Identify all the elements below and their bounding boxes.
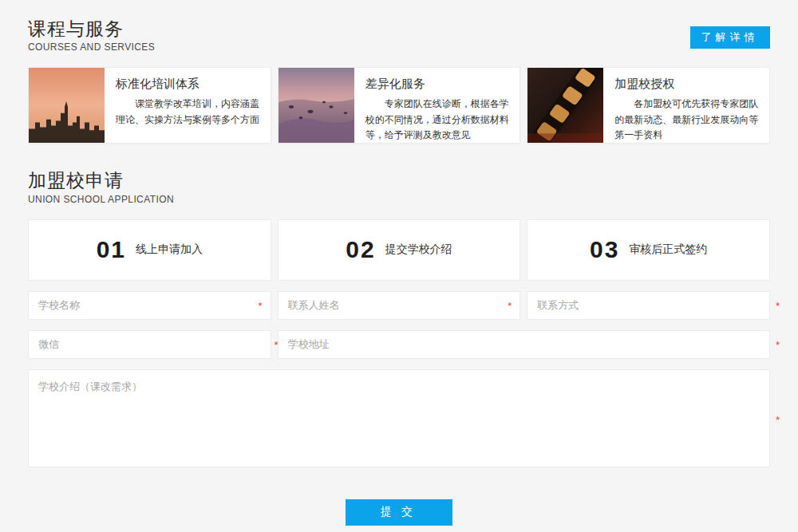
step-label: 线上申请加入 [136,242,203,257]
courses-section-subtitle: COURSES AND SERVICES [28,41,155,53]
school-name-field: * [28,291,271,320]
card-title: 标准化培训体系 [116,77,261,92]
card-title: 差异化服务 [365,77,511,92]
required-marker: * [508,300,512,310]
courses-section-title: 课程与服务 [28,19,155,39]
school-name-input[interactable] [28,291,271,320]
step-label: 提交学校介绍 [385,242,452,257]
school-intro-field: * [28,369,770,471]
courses-title-block: 课程与服务 COURSES AND SERVICES [28,19,155,53]
contact-name-field: * [278,291,521,320]
submit-row: 提交 [28,499,770,526]
desert-dusk-image [279,68,354,143]
school-address-input[interactable] [278,330,770,359]
step-card-2: 02 提交学校介绍 [278,219,521,281]
film-strip-image [527,68,603,143]
card-text-block: 加盟校授权 各加盟校可优先获得专家团队的最新动态、最新行业发展动向等第一手资料 [603,68,769,143]
wechat-field: * [28,330,271,359]
card-description: 各加盟校可优先获得专家团队的最新动态、最新行业发展动向等第一手资料 [614,97,760,143]
required-marker: * [776,415,780,425]
card-title: 加盟校授权 [614,77,760,92]
required-marker: * [776,339,780,349]
page-container: 课程与服务 COURSES AND SERVICES 了解详情 [28,0,770,526]
card-text-block: 标准化培训体系 课堂教学改革培训，内容涵盖理论、实操方法与案例等多个方面 [105,68,271,143]
required-marker: * [776,300,780,310]
school-address-field: * [278,330,770,359]
service-card-union-authorization[interactable]: 加盟校授权 各加盟校可优先获得专家团队的最新动态、最新行业发展动向等第一手资料 [527,67,770,144]
contact-phone-field: * [527,291,770,320]
application-section-subtitle: UNION SCHOOL APPLICATION [28,194,174,205]
service-card-differentiated-service[interactable]: 差异化服务 专家团队在线诊断，根据各学校的不同情况，通过分析数据材料等，给予评测… [278,67,521,144]
city-skyline-sunset-image [29,68,105,143]
school-intro-textarea[interactable] [28,369,770,467]
form-row-2: * * [28,330,770,359]
contact-phone-input[interactable] [527,291,770,320]
wechat-input[interactable] [28,330,271,359]
form-row-1: * * * [28,291,770,320]
step-number: 03 [590,236,619,263]
service-card-standard-training[interactable]: 标准化培训体系 课堂教学改革培训，内容涵盖理论、实操方法与案例等多个方面 [28,67,271,144]
service-cards-row: 标准化培训体系 课堂教学改革培训，内容涵盖理论、实操方法与案例等多个方面 [28,67,770,144]
card-description: 课堂教学改革培训，内容涵盖理论、实操方法与案例等多个方面 [116,97,261,128]
learn-more-button[interactable]: 了解详情 [690,26,770,49]
step-label: 审核后正式签约 [629,242,707,257]
courses-section-header: 课程与服务 COURSES AND SERVICES 了解详情 [28,19,770,53]
step-card-1: 01 线上申请加入 [28,219,271,281]
card-text-block: 差异化服务 专家团队在线诊断，根据各学校的不同情况，通过分析数据材料等，给予评测… [354,68,520,143]
application-section-title: 加盟校申请 [28,171,174,191]
required-marker: * [259,300,263,310]
application-steps-row: 01 线上申请加入 02 提交学校介绍 03 审核后正式签约 [28,219,770,281]
step-number: 02 [346,236,375,263]
submit-button[interactable]: 提交 [346,499,452,526]
card-description: 专家团队在线诊断，根据各学校的不同情况，通过分析数据材料等，给予评测及教改意见 [365,97,511,143]
application-title-block: 加盟校申请 UNION SCHOOL APPLICATION [28,171,174,204]
step-number: 01 [97,236,126,263]
application-section-header: 加盟校申请 UNION SCHOOL APPLICATION [28,171,770,204]
form-row-3: * [28,369,770,471]
contact-name-input[interactable] [278,291,521,320]
step-card-3: 03 审核后正式签约 [527,219,770,281]
